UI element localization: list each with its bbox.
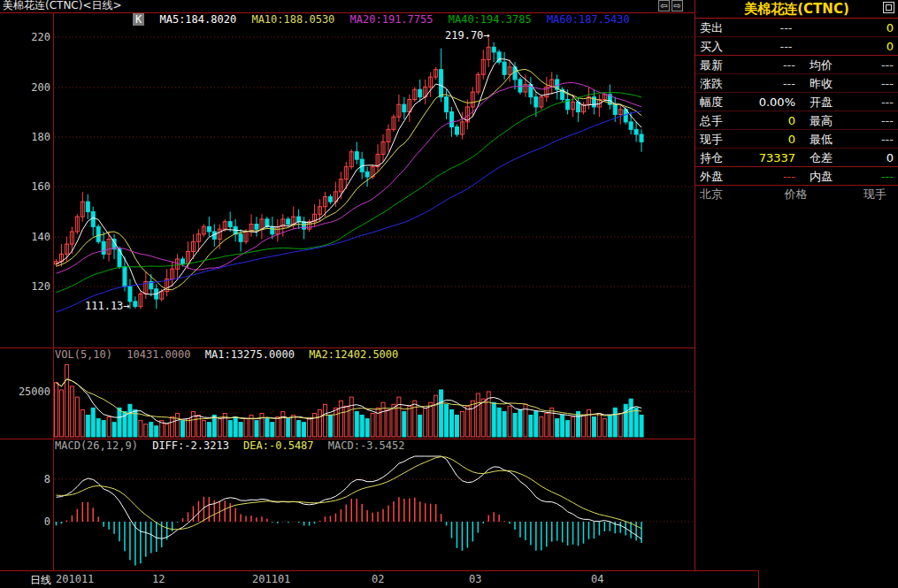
bid-row[interactable]: 买入---0 [695,37,898,56]
symbol-name: 美棉花连(CTNC) [744,1,849,17]
quote-panel-title: 美棉花连(CTNC) [695,0,898,19]
macd-dea-value: DEA:-0.5487 [243,439,313,452]
y-axis-label: 140 [15,231,50,243]
k-badge: K [133,13,144,26]
tape-column-headers: 北京价格现手 [695,186,898,203]
scroll-left-button[interactable]: ⇦ [658,0,670,11]
divider [758,570,759,588]
x-axis-label: 201011 [56,573,94,585]
price-annotation: 111.13→ [85,300,130,312]
stat-rows: 最新---均价---涨跌---昨收---幅度0.00%开盘---总手0最高---… [695,56,898,167]
ma10-value: MA10:188.0530 [251,13,334,26]
macd-indicator-header: MACD(26,12,9) DIFF:-2.3213 DEA:-0.5487 M… [55,439,413,453]
volume-axis-label: 25000 [9,386,50,398]
macd-name: MACD(26,12,9) [55,439,138,452]
vol-ma1-value: MA1:13275.0000 [205,348,295,361]
ask-row[interactable]: 卖出---0 [695,19,898,37]
x-axis-label: 03 [469,573,481,585]
period-label[interactable]: 日线 [18,573,51,588]
outer-inner-row: 外盘---内盘--- [695,167,898,186]
volume-chart[interactable] [0,363,695,439]
y-axis-label: 180 [15,131,50,143]
x-axis-label: 201101 [252,573,290,585]
ma40-value: MA40:194.3785 [449,13,532,26]
vol-ma2-value: MA2:12402.5000 [309,348,398,361]
stat-row: 持仓73337仓差0 [695,149,898,167]
y-axis-label: 160 [15,180,50,193]
trading-terminal: 美棉花连(CTNC)<日线> ⇦ ⇨ K MA5:184.8020 MA10:1… [0,0,898,588]
y-axis-label: 200 [15,81,50,94]
x-axis-label: 12 [152,573,165,585]
divider [0,570,758,571]
flow-row: 外盘---内盘--- [695,167,898,186]
vol-value: 10431.0000 [127,348,190,361]
restore-window-icon[interactable] [883,2,894,13]
vol-name: VOL(5,10) [55,348,112,361]
macd-axis-label: 0 [15,515,50,528]
ma60-value: MA60:187.5430 [547,13,630,26]
macd-value: MACD:-3.5452 [328,439,405,452]
stat-row: 涨跌---昨收--- [695,74,898,93]
stat-row: 现手0最低--- [695,130,898,149]
scroll-right-button[interactable]: ⇨ [672,0,683,11]
chart-title-bar: 美棉花连(CTNC)<日线> ⇦ ⇨ [0,0,695,12]
price-annotation: 219.70→ [445,29,490,42]
y-axis-label: 220 [15,31,50,43]
stat-row: 幅度0.00%开盘--- [695,93,898,111]
macd-diff-value: DIFF:-2.3213 [152,439,229,452]
volume-indicator-header: VOL(5,10) 10431.0000 MA1:13275.0000 MA2:… [55,348,406,362]
stat-row: 最新---均价--- [695,56,898,74]
y-axis-label: 120 [15,280,50,293]
macd-chart[interactable] [0,454,695,570]
stat-row: 总手0最高--- [695,111,898,130]
ma5-value: MA5:184.8020 [159,13,236,26]
chart-title: 美棉花连(CTNC)<日线> [3,0,122,11]
order-rows: 卖出---0买入---0 [695,19,898,56]
macd-axis-label: 8 [15,473,50,485]
quote-panel: 美棉花连(CTNC) 卖出---0买入---0 最新---均价---涨跌---昨… [695,0,898,570]
tape-header: 北京价格现手 [695,186,898,203]
divider [0,12,695,13]
x-axis-label: 02 [372,573,384,585]
x-axis-label: 04 [591,573,603,585]
ma-indicator-header: K MA5:184.8020 MA10:188.0530 MA20:191.77… [133,13,639,26]
ma20-value: MA20:191.7755 [350,13,434,26]
